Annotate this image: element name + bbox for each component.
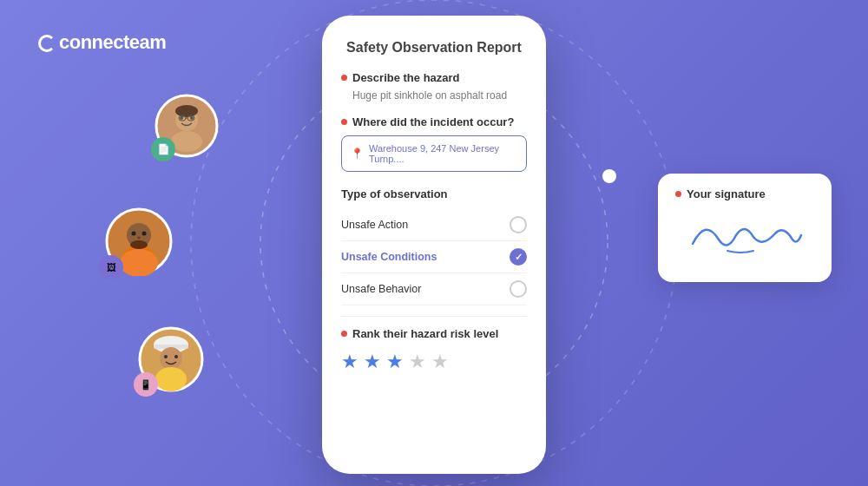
red-dot-2 — [341, 119, 347, 125]
svg-point-6 — [190, 116, 194, 120]
location-field[interactable]: 📍 Warehouse 9, 247 New Jersey Turnp.... — [341, 135, 527, 172]
star-1[interactable]: ★ — [341, 351, 358, 373]
avatar-bubble-1: 📄 — [155, 94, 219, 158]
svg-point-7 — [175, 105, 198, 117]
radio-unsafe-action[interactable] — [510, 216, 527, 233]
location-text: Warehouse 9, 247 New Jersey Turnp.... — [369, 143, 517, 164]
star-2[interactable]: ★ — [364, 351, 381, 373]
unsafe-action-label: Unsafe Action — [341, 219, 408, 231]
hazard-value: Huge pit sinkhole on asphalt road — [341, 89, 527, 102]
svg-point-15 — [132, 232, 136, 236]
svg-point-18 — [130, 240, 148, 249]
svg-point-4 — [171, 131, 202, 152]
check-mark-icon: ✓ — [515, 252, 523, 263]
signature-label: Your signature — [675, 187, 814, 200]
svg-point-17 — [137, 237, 141, 240]
white-dot-decoration — [602, 169, 616, 183]
section-hazard-label: Describe the hazard — [341, 71, 527, 84]
unsafe-conditions-label: Unsafe Conditions — [341, 251, 437, 263]
radio-unsafe-conditions[interactable]: ✓ — [510, 248, 527, 266]
unsafe-behavior-label: Unsafe Behavior — [341, 283, 421, 295]
radio-unsafe-behavior[interactable] — [510, 280, 527, 298]
svg-point-16 — [142, 232, 147, 236]
avatar-badge-2: 🖼 — [99, 255, 123, 279]
star-4[interactable]: ★ — [409, 351, 426, 373]
option-unsafe-action[interactable]: Unsafe Action — [341, 209, 527, 241]
star-3[interactable]: ★ — [386, 351, 404, 373]
section-rank-label: Rank their hazard risk level — [341, 327, 527, 340]
observation-heading: Type of observation — [341, 187, 527, 200]
svg-point-14 — [120, 249, 158, 276]
star-rating[interactable]: ★ ★ ★ ★ ★ — [341, 351, 527, 373]
rank-label-text: Rank their hazard risk level — [352, 327, 498, 340]
avatar-badge-3: 📱 — [134, 372, 158, 397]
svg-point-22 — [160, 347, 182, 370]
sig-red-dot — [675, 191, 681, 197]
logo: connecteam — [38, 31, 166, 54]
phone-mockup: Safety Observation Report Describe the h… — [322, 16, 546, 474]
avatar-badge-1: 📄 — [151, 137, 175, 161]
avatar-bubble-2: 🖼 — [104, 207, 174, 276]
signature-card: Your signature — [658, 174, 832, 282]
option-unsafe-behavior[interactable]: Unsafe Behavior — [341, 273, 527, 305]
signature-label-text: Your signature — [687, 187, 766, 200]
red-dot-1 — [341, 75, 347, 81]
logo-icon — [38, 35, 56, 52]
svg-point-24 — [174, 355, 178, 358]
star-5[interactable]: ★ — [431, 351, 449, 373]
section-incident-label: Where did the incident occur? — [341, 115, 527, 128]
avatar-bubble-3: 📱 — [137, 325, 205, 393]
hazard-label-text: Describe the hazard — [352, 71, 460, 84]
location-icon: 📍 — [351, 148, 364, 160]
signature-drawing — [675, 209, 814, 261]
section-divider — [341, 316, 527, 317]
svg-point-25 — [155, 367, 187, 391]
option-unsafe-conditions[interactable]: Unsafe Conditions ✓ — [341, 241, 527, 273]
svg-point-5 — [180, 116, 183, 120]
report-title: Safety Observation Report — [341, 40, 527, 56]
incident-label-text: Where did the incident occur? — [352, 115, 514, 128]
red-dot-3 — [341, 331, 347, 337]
logo-text: connecteam — [59, 31, 166, 54]
svg-point-23 — [164, 355, 168, 358]
